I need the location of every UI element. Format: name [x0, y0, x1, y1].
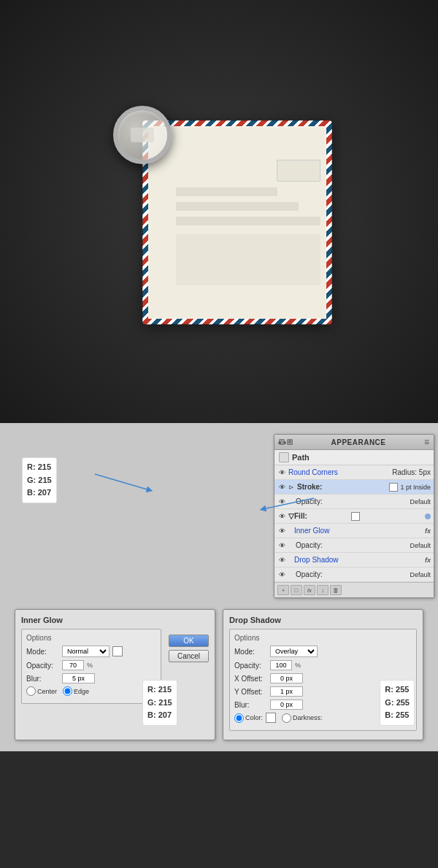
edge-radio[interactable] — [63, 686, 72, 696]
ds-g: G: 255 — [385, 697, 410, 710]
ds-opacity-row: Opacity: % — [234, 660, 412, 670]
svg-line-0 — [95, 474, 150, 490]
round-corners-row: 👁 Round Corners Radius: 5px — [274, 465, 434, 480]
color-radio[interactable] — [234, 713, 244, 723]
inner-glow-title: Inner Glow — [21, 616, 209, 624]
panel-close-btn[interactable]: ✕ — [287, 439, 293, 445]
center-option[interactable]: Center — [26, 686, 57, 696]
fill-row: 👁 ▽Fill: — [274, 509, 434, 524]
ds-y-label: Y Offset: — [234, 688, 267, 696]
round-corners-detail: Radius: 5px — [392, 468, 431, 476]
visibility-icon-4[interactable]: 👁 — [277, 512, 286, 521]
new-item-btn[interactable]: + — [277, 585, 289, 595]
ds-opacity-label: Opacity: — [234, 662, 267, 670]
ok-button[interactable]: OK — [169, 635, 209, 647]
stroke-label[interactable]: Stroke: — [297, 483, 387, 491]
inner-glow-options-label: Options — [26, 634, 156, 642]
address-line-1 — [176, 187, 277, 196]
ds-blur-label: Blur: — [234, 701, 267, 709]
visibility-icon-3[interactable]: 👁 — [277, 497, 286, 506]
inner-glow-options-group: Options Mode: Normal Opacity: % — [21, 629, 161, 704]
ds-color-swatch[interactable] — [266, 713, 276, 723]
inner-glow-opacity-row: Opacity: % — [26, 660, 156, 670]
darkness-option[interactable]: Darkness: — [282, 713, 323, 723]
mode-label: Mode: — [26, 648, 59, 656]
ig-g: G: 215 — [147, 697, 172, 710]
drop-shadow-label[interactable]: Drop Shadow — [288, 556, 358, 564]
fill-swatch[interactable] — [351, 512, 360, 521]
move-btn[interactable]: ↓ — [317, 585, 328, 595]
drop-shadow-fx[interactable]: fx — [425, 557, 431, 564]
mode-select[interactable]: Normal — [62, 646, 110, 657]
cancel-button[interactable]: Cancel — [169, 650, 209, 662]
opacity-unit: % — [87, 662, 93, 669]
inner-glow-color-annotation: R: 215 G: 215 B: 207 — [142, 680, 177, 726]
stroke-r-value: R: 215 — [27, 461, 52, 474]
visibility-icon-6[interactable]: 👁 — [277, 541, 286, 550]
ds-b: B: 255 — [385, 709, 410, 722]
ds-opacity-input[interactable] — [270, 660, 292, 670]
opacity-ds-row: 👁 Opacity: Default — [274, 567, 434, 582]
fill-label[interactable]: ▽Fill: — [288, 512, 349, 520]
stroke-swatch[interactable] — [389, 483, 398, 492]
visibility-icon-2[interactable]: 👁 — [277, 483, 286, 492]
ds-opacity-unit: % — [295, 662, 301, 669]
envelope-body — [142, 120, 332, 325]
appearance-panel: ◄◄ ✕ APPEARANCE ≡ Path 👁 Round Corners R… — [274, 434, 434, 598]
ds-mode-select[interactable]: Overlay — [270, 646, 318, 657]
blur-label: Blur: — [26, 675, 59, 683]
glow-color-swatch[interactable] — [112, 646, 123, 656]
fill-color-indicator — [425, 514, 431, 519]
bottom-dialogs-row: Inner Glow Options Mode: Normal Opacity: — [15, 609, 423, 740]
stroke-row: 👁 ⊳ Stroke: 1 pt Inside — [274, 480, 434, 495]
color-option[interactable]: Color: — [234, 713, 263, 723]
round-corners-label[interactable]: Round Corners — [288, 468, 338, 476]
ds-x-input[interactable] — [270, 673, 303, 683]
panel-title: APPEARANCE — [331, 438, 385, 446]
inner-glow-label[interactable]: Inner Glow — [288, 527, 358, 535]
stroke-detail: 1 pt Inside — [400, 484, 431, 491]
inner-glow-fx[interactable]: fx — [425, 527, 431, 535]
ig-r: R: 215 — [147, 683, 172, 697]
opacity-fill-row: 👁 Opacity: Default — [274, 538, 434, 553]
ds-mode-label: Mode: — [234, 648, 267, 656]
path-row: Path — [274, 450, 434, 465]
drop-shadow-color-annotation: R: 255 G: 255 B: 255 — [380, 680, 415, 726]
ds-mode-row: Mode: Overlay — [234, 646, 412, 657]
drop-shadow-title: Drop Shadow — [229, 616, 417, 624]
inner-glow-mode-row: Mode: Normal — [26, 646, 156, 657]
path-icon — [279, 452, 289, 462]
opacity-ds-detail: Default — [410, 571, 431, 578]
ds-blur-input[interactable] — [270, 700, 303, 710]
drop-shadow-options-label: Options — [234, 634, 412, 642]
ds-r: R: 255 — [385, 683, 410, 697]
top-illustration-section — [0, 0, 438, 423]
opacity-ds-label: Opacity: — [288, 570, 407, 578]
opacity-fill-label: Opacity: — [288, 541, 407, 549]
darkness-radio[interactable] — [282, 713, 291, 723]
inner-glow-blur-row: Blur: — [26, 673, 156, 683]
panel-titlebar: ◄◄ ✕ APPEARANCE ≡ — [274, 435, 434, 450]
visibility-icon-7[interactable]: 👁 — [277, 556, 286, 565]
visibility-icon-1[interactable]: 👁 — [277, 468, 286, 477]
visibility-icon-8[interactable]: 👁 — [277, 570, 286, 579]
opacity-stroke-label: Opacity: — [288, 497, 407, 505]
blur-input[interactable] — [62, 673, 95, 683]
fx-toolbar-btn[interactable]: fx — [304, 585, 315, 595]
inner-glow-row: 👁 Inner Glow fx — [274, 524, 434, 538]
delete-btn[interactable]: 🗑 — [330, 585, 342, 595]
visibility-icon-5[interactable]: 👁 — [277, 527, 286, 535]
panel-menu-btn[interactable]: ≡ — [424, 437, 429, 447]
path-label: Path — [292, 453, 310, 462]
square-btn[interactable]: □ — [291, 585, 302, 595]
stroke-b-value: B: 207 — [27, 487, 52, 500]
panel-collapse-btn[interactable]: ◄◄ — [279, 439, 285, 445]
edge-option[interactable]: Edge — [63, 686, 89, 696]
opacity-stroke-row: 👁 Opacity: Default — [274, 495, 434, 509]
opacity-input[interactable] — [62, 660, 84, 670]
stroke-g-value: G: 215 — [27, 474, 52, 487]
envelope-wrapper — [120, 98, 318, 325]
ds-y-input[interactable] — [270, 686, 303, 697]
stamp-area — [277, 160, 320, 182]
center-radio[interactable] — [26, 686, 36, 696]
